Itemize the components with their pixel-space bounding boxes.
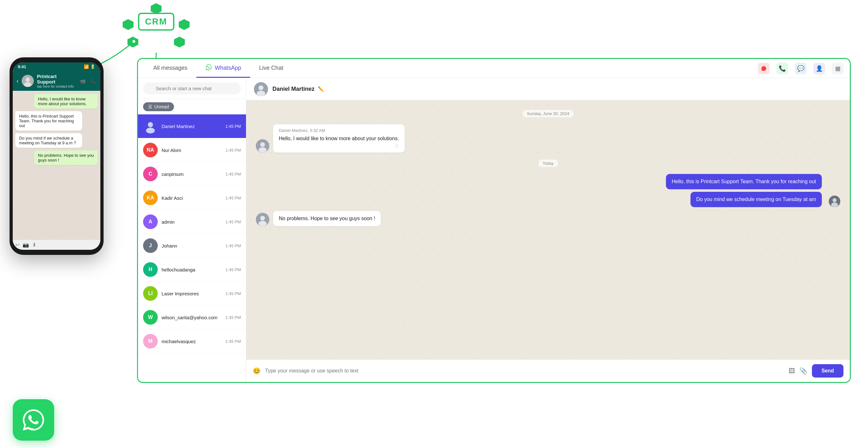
phone-header-info: Printcart Support tap here for contact i… [37, 73, 76, 88]
contact-item-johann[interactable]: J Johann 1:45 PM [138, 234, 246, 258]
phone-back-icon[interactable]: ‹ [17, 78, 19, 85]
msg-bubble-3: Do you mind we schedule meeting on Tuesd… [690, 192, 822, 207]
contact-list: Daniel Martinez 1:45 PM NA Nur Alom 1:45… [138, 115, 246, 382]
phone-bubble-1: Hello, I would like to know more about y… [34, 94, 98, 109]
chat-header-avatar [254, 82, 268, 96]
msg-text-1: Hello, I would like to know more about y… [279, 135, 399, 142]
tab-whatsapp[interactable]: WhatsApp [196, 59, 250, 78]
svg-point-6 [146, 128, 155, 133]
contact-item-hellochuadanga[interactable]: H hellochuadanga 1:45 PM [138, 258, 246, 282]
phone-bubble-4: No problems. Hope to see you guys soon ! [34, 150, 98, 165]
svg-point-8 [258, 85, 263, 90]
search-wrap [143, 83, 241, 94]
svg-point-12 [258, 147, 267, 153]
hex-right-icon [179, 19, 190, 30]
emoji-icon[interactable]: 😊 [253, 367, 261, 375]
contact-avatar-wilson: W [143, 310, 158, 325]
contact-item-nuralom[interactable]: NA Nur Alom 1:45 PM [138, 138, 246, 162]
image-icon[interactable]: 🖼 [789, 368, 795, 375]
contact-item-michael[interactable]: M michaelvasquez 1:45 PM [138, 329, 246, 353]
chat-header-name: Daniel Martinez ✏️ [273, 86, 324, 92]
phone-call-icon[interactable]: 📞 [90, 78, 97, 84]
svg-point-18 [258, 221, 267, 226]
contact-item-canpirsum[interactable]: C canpirsum 1:45 PM [138, 162, 246, 186]
msg-row-1: Daniel Martinez, 5:32 AM Hello, I would … [256, 124, 840, 153]
msg-text-4: No problems. Hope to see you guys soon ! [279, 215, 375, 222]
unread-filter-bar: ☰ Unread [138, 99, 246, 115]
contact-info-nuralom: Nur Alom [161, 148, 222, 153]
contact-info-canpirsum: canpirsum [161, 171, 222, 177]
crm-tabs-bar: All messages WhatsApp Live Chat 📞 💬 👤 ▦ [138, 59, 850, 78]
send-button[interactable]: Send [812, 364, 843, 378]
svg-point-15 [831, 203, 838, 207]
svg-point-17 [260, 216, 265, 221]
crm-tabs-left: All messages WhatsApp Live Chat [144, 59, 292, 78]
phone-signal-icons: 📶 🔋 [84, 64, 95, 69]
crm-tabs-right: 📞 💬 👤 ▦ [758, 63, 843, 74]
contact-avatar-nuralom: NA [143, 143, 158, 157]
contact-item-kadirasci[interactable]: KA Kadir Asci 1:45 PM [138, 186, 246, 210]
msg-text-3: Do you mind we schedule meeting on Tuesd… [696, 196, 816, 203]
msg-text-2: Hello, this is Printcart Support Team. T… [672, 178, 816, 185]
contact-name-wilson: wilson_sarita@yahoo.com [161, 315, 222, 320]
chat-header-edit-icon[interactable]: ✏️ [318, 86, 324, 92]
phone-status-bar: 9:41 📶 🔋 [13, 62, 100, 71]
msg-avatar-daniel-1 [256, 139, 269, 153]
contact-item-wilson[interactable]: W wilson_sarita@yahoo.com 1:45 PM [138, 306, 246, 329]
contact-item-laser[interactable]: LI Laser Impresores 1:45 PM [138, 282, 246, 306]
tab-icon-users-purple[interactable]: 👤 [813, 63, 825, 74]
tab-icon-phone-green[interactable]: 📞 [777, 63, 788, 74]
crm-window: All messages WhatsApp Live Chat 📞 💬 👤 ▦ [137, 58, 851, 383]
phone-time: 9:41 [18, 64, 26, 69]
contact-info-michael: michaelvasquez [161, 339, 222, 344]
contact-info-hellochuadanga: hellochuadanga [161, 267, 222, 273]
contact-time-kadirasci: 1:45 PM [226, 196, 241, 200]
phone-frame: 9:41 📶 🔋 ‹ Printcart Support tap here fo… [9, 57, 103, 255]
msg-row-4: No problems. Hope to see you guys soon ! [256, 211, 840, 226]
unread-filter-btn[interactable]: ☰ Unread [143, 102, 174, 111]
phone-screen: 9:41 📶 🔋 ‹ Printcart Support tap here fo… [13, 62, 100, 250]
contact-time-johann: 1:45 PM [226, 244, 241, 248]
contact-info-daniel: Daniel Martinez [161, 124, 222, 129]
contact-avatar-michael: M [143, 334, 158, 349]
crm-label: CRM [138, 13, 174, 31]
phone-input-icons: ↩ 📷 ⬇ [15, 242, 36, 248]
msg-bubble-2: Hello, this is Printcart Support Team. T… [666, 174, 822, 189]
search-input[interactable] [143, 83, 241, 94]
contact-time-daniel: 1:45 PM [226, 124, 241, 129]
tab-icon-whatsapp-red[interactable] [758, 63, 770, 74]
tab-icon-menu-gray[interactable]: ▦ [832, 63, 843, 74]
chat-input-field[interactable] [265, 368, 784, 374]
contact-avatar-laser: LI [143, 286, 158, 301]
msg-bubble-4: No problems. Hope to see you guys soon ! [273, 211, 381, 226]
contact-info-kadirasci: Kadir Asci [161, 195, 222, 201]
contact-time-hellochuadanga: 1:45 PM [226, 267, 241, 272]
svg-point-9 [257, 91, 265, 96]
whatsapp-app-icon [13, 399, 54, 441]
tab-icon-chat-blue[interactable]: 💬 [795, 63, 806, 74]
whatsapp-tab-icon [205, 64, 212, 72]
crm-logo-area: CRM [121, 3, 191, 54]
tab-all-messages[interactable]: All messages [144, 59, 196, 78]
attachment-icon[interactable]: 📎 [800, 367, 807, 375]
contact-name-nuralom: Nur Alom [161, 148, 222, 153]
phone-emoji-icon[interactable]: ↩ [15, 242, 20, 248]
contact-item-daniel[interactable]: Daniel Martinez 1:45 PM [138, 115, 246, 138]
tab-live-chat[interactable]: Live Chat [250, 59, 292, 78]
contact-sidebar: ☰ Unread Daniel Martinez [138, 78, 246, 382]
hex-left-icon [123, 19, 133, 30]
msg-sender-1: Daniel Martinez, 5:32 AM [279, 128, 399, 133]
phone-camera-icon[interactable]: 📷 [23, 242, 29, 248]
contact-item-admin[interactable]: A admin 1:45 PM [138, 210, 246, 234]
phone-contact-sub: tap here for contact info [37, 85, 76, 88]
contact-time-nuralom: 1:45 PM [226, 148, 241, 153]
contact-avatar-johann: J [143, 238, 158, 253]
phone-mic-icon[interactable]: ⬇ [32, 242, 36, 248]
filter-icon: ☰ [148, 104, 152, 109]
phone-video-icon[interactable]: 📹 [79, 78, 86, 84]
contact-name-michael: michaelvasquez [161, 339, 222, 344]
contact-time-canpirsum: 1:45 PM [226, 172, 241, 177]
msg-heart-1: ♡ [279, 144, 399, 149]
msg-avatar-support [829, 196, 840, 207]
contact-time-admin: 1:45 PM [226, 220, 241, 224]
